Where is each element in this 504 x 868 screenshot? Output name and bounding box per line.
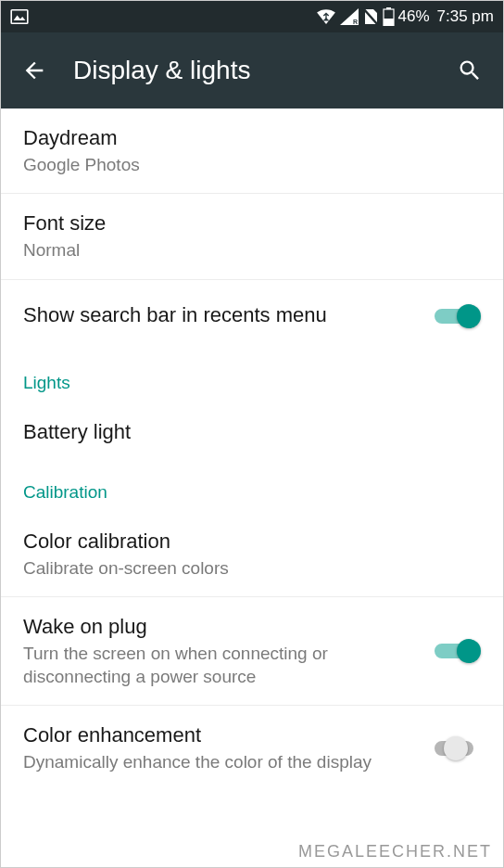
setting-subtitle: Calibrate on-screen colors (23, 557, 481, 581)
svg-rect-0 (11, 10, 28, 23)
status-bar: R 46% 7:35 pm (1, 1, 503, 32)
no-sim-icon (362, 7, 379, 26)
setting-subtitle: Google Photos (23, 154, 481, 177)
setting-title: Color enhancement (23, 722, 433, 749)
setting-title: Daydream (23, 125, 481, 152)
section-header-calibration: Calibration (1, 462, 503, 512)
toggle-wake-on-plug[interactable] (433, 637, 481, 665)
notification-picture-icon (10, 9, 29, 24)
svg-text:R: R (353, 19, 358, 25)
toggle-color-enhancement[interactable] (433, 734, 481, 762)
battery-percent: 46% (398, 7, 430, 26)
setting-title: Battery light (23, 419, 481, 446)
section-header-lights: Lights (1, 352, 503, 402)
clock: 7:35 pm (437, 7, 494, 26)
setting-font-size[interactable]: Font size Normal (1, 194, 503, 279)
setting-battery-light[interactable]: Battery light (1, 402, 503, 463)
page-title: Display & lights (73, 56, 449, 85)
setting-color-calibration[interactable]: Color calibration Calibrate on-screen co… (1, 512, 503, 597)
setting-color-enhancement[interactable]: Color enhancement Dynamically enhance th… (1, 706, 503, 790)
setting-wake-on-plug[interactable]: Wake on plug Turn the screen on when con… (1, 597, 503, 706)
toggle-search-bar-recents[interactable] (433, 302, 481, 330)
setting-subtitle: Dynamically enhance the color of the dis… (23, 751, 433, 774)
app-bar: Display & lights (1, 32, 503, 108)
search-icon (457, 57, 483, 83)
settings-list: Daydream Google Photos Font size Normal … (1, 108, 503, 791)
signal-icon: R (340, 8, 359, 25)
setting-title: Font size (23, 211, 481, 237)
search-button[interactable] (449, 50, 490, 91)
setting-title: Color calibration (23, 529, 481, 555)
wifi-icon (316, 8, 336, 25)
setting-subtitle: Normal (23, 239, 481, 262)
setting-title: Wake on plug (23, 614, 433, 641)
setting-search-bar-recents[interactable]: Show search bar in recents menu (1, 280, 503, 352)
battery-icon (383, 7, 395, 26)
setting-daydream[interactable]: Daydream Google Photos (1, 108, 503, 194)
back-button[interactable] (14, 50, 55, 91)
arrow-back-icon (21, 57, 47, 83)
setting-title: Show search bar in recents menu (23, 302, 433, 329)
setting-subtitle: Turn the screen on when connecting or di… (23, 643, 433, 688)
svg-rect-5 (384, 19, 394, 26)
watermark: MEGALEECHER.NET (298, 842, 492, 862)
